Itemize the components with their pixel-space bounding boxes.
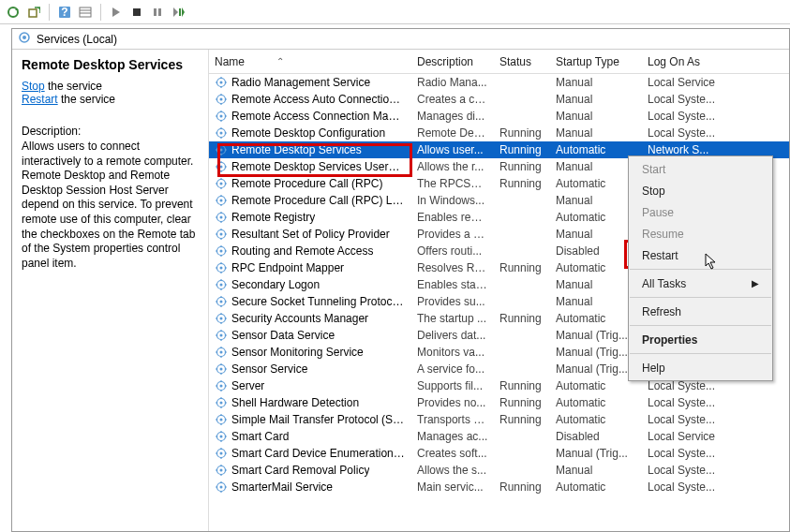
pane-header: Services (Local) [12, 29, 789, 50]
service-name: Routing and Remote Access [231, 244, 373, 258]
props-icon[interactable] [76, 3, 95, 22]
context-menu: Start Stop Pause Resume Restart All Task… [628, 155, 773, 381]
col-logon[interactable]: Log On As [642, 50, 726, 73]
svg-point-32 [220, 132, 223, 135]
col-name[interactable]: Name⌃ [209, 50, 411, 73]
restart-icon[interactable] [169, 3, 187, 22]
service-status: Running [494, 261, 550, 274]
service-icon [215, 312, 228, 325]
col-startup[interactable]: Startup Type [550, 50, 642, 73]
service-startup: Automatic [550, 413, 642, 426]
service-desc: Offers routi... [411, 244, 494, 258]
stop-icon[interactable] [127, 3, 146, 22]
service-desc: A service fo... [411, 362, 494, 376]
service-desc: Supports fil... [411, 379, 494, 392]
pause-icon[interactable] [148, 3, 167, 22]
services-icon [18, 31, 31, 47]
service-desc: Creates soft... [411, 447, 494, 460]
table-row[interactable]: Smart Card Removal PolicyAllows the s...… [209, 462, 789, 479]
service-desc: Allows the s... [411, 464, 494, 477]
svg-point-122 [220, 385, 223, 388]
service-desc: Provides su... [411, 295, 494, 308]
ctx-all-tasks[interactable]: All Tasks▶ [629, 273, 772, 294]
table-row[interactable]: Simple Mail Transfer Protocol (SM...Tran… [209, 411, 789, 428]
restart-link[interactable]: Restart [22, 93, 58, 106]
service-startup: Manual [550, 76, 642, 89]
service-icon [215, 480, 228, 494]
export-icon[interactable] [24, 3, 43, 22]
service-name: Smart Card Removal Policy [231, 464, 369, 477]
service-icon [215, 430, 228, 443]
service-logon: Local Syste... [642, 396, 726, 409]
table-row[interactable]: Smart CardManages ac...DisabledLocal Ser… [209, 428, 789, 445]
stop-link[interactable]: Stop [22, 80, 45, 93]
ctx-start[interactable]: Start [629, 158, 772, 180]
svg-point-134 [220, 419, 223, 421]
submenu-arrow-icon: ▶ [752, 278, 759, 288]
svg-rect-1 [29, 9, 37, 17]
svg-point-50 [220, 183, 223, 185]
service-icon [215, 447, 228, 460]
play-icon[interactable] [107, 3, 126, 22]
service-name: Smart Card Device Enumeration S... [231, 447, 406, 460]
ctx-properties[interactable]: Properties [629, 329, 772, 350]
refresh-icon[interactable] [4, 3, 22, 22]
svg-point-158 [220, 486, 223, 489]
service-logon: Local Syste... [642, 447, 726, 460]
service-status: Running [494, 177, 550, 190]
table-row[interactable]: Remote Access Auto Connection ...Creates… [209, 91, 789, 108]
service-desc: Manages ac... [411, 430, 494, 443]
service-icon [215, 110, 228, 123]
service-icon [215, 194, 228, 207]
cursor-icon [705, 253, 718, 273]
service-name: Secure Socket Tunneling Protocol ... [231, 295, 406, 308]
service-logon: Local Syste... [642, 413, 726, 426]
col-description[interactable]: Description [411, 50, 494, 73]
svg-point-128 [220, 402, 223, 405]
ctx-resume[interactable]: Resume [629, 223, 772, 244]
table-row[interactable]: Remote Desktop ConfigurationRemote Des..… [209, 125, 789, 141]
description-label: Description: [22, 125, 199, 138]
table-row[interactable]: Shell Hardware DetectionProvides no...Ru… [209, 394, 789, 411]
service-startup: Manual [550, 93, 642, 106]
svg-point-98 [220, 318, 223, 320]
col-status[interactable]: Status [494, 50, 550, 73]
service-desc: Delivers dat... [411, 329, 494, 342]
table-row[interactable]: Remote Access Connection Mana...Manages … [209, 108, 789, 125]
service-desc: Transports e... [411, 413, 494, 426]
sort-caret-icon: ⌃ [276, 56, 284, 66]
service-icon [215, 329, 228, 342]
service-icon [215, 346, 228, 359]
svg-point-56 [220, 200, 223, 202]
service-status: Running [494, 143, 550, 156]
svg-text:?: ? [61, 6, 67, 19]
service-name: Sensor Service [231, 362, 307, 376]
svg-point-92 [220, 301, 223, 303]
table-row[interactable]: Smart Card Device Enumeration S...Create… [209, 445, 789, 462]
service-desc: The startup ... [411, 312, 494, 325]
service-logon: Local Service [642, 76, 726, 89]
service-icon [215, 126, 228, 140]
service-name: Remote Desktop Configuration [231, 126, 385, 140]
service-name: Smart Card [231, 430, 289, 443]
service-status: Running [494, 379, 550, 392]
service-desc: Radio Mana... [411, 76, 494, 89]
service-name: Remote Procedure Call (RPC) [231, 177, 382, 190]
svg-point-12 [22, 36, 26, 39]
service-startup: Automatic [550, 143, 642, 156]
table-row[interactable]: SmarterMail ServiceMain servic...Running… [209, 479, 789, 495]
description-text: Allows users to connect interactively to… [22, 140, 199, 271]
service-icon [215, 160, 228, 173]
ctx-help[interactable]: Help [629, 357, 772, 378]
help-icon[interactable]: ? [55, 3, 74, 22]
table-row[interactable]: Radio Management ServiceRadio Mana...Man… [209, 74, 789, 91]
ctx-refresh[interactable]: Refresh [629, 301, 772, 322]
service-name: Sensor Monitoring Service [231, 346, 364, 359]
svg-point-152 [220, 469, 223, 472]
svg-rect-9 [158, 8, 161, 16]
ctx-stop[interactable]: Stop [629, 180, 772, 201]
service-desc: Enables star... [411, 278, 494, 291]
ctx-restart[interactable]: Restart [629, 244, 772, 266]
ctx-pause[interactable]: Pause [629, 201, 772, 223]
pane-title: Services (Local) [37, 33, 117, 46]
